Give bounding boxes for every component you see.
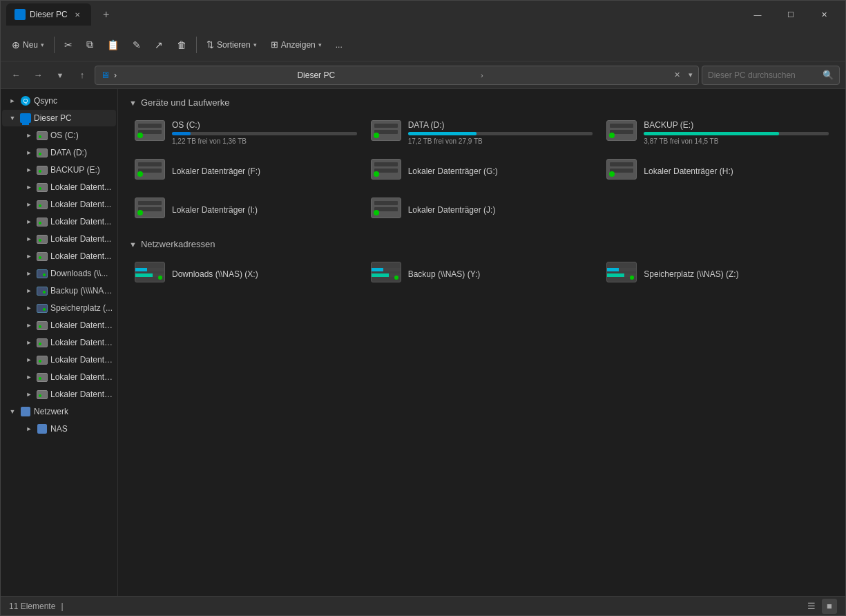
sidebar-item-label: OS (C:) — [50, 131, 113, 140]
search-input[interactable] — [708, 70, 818, 80]
sidebar-item-lokal-i[interactable]: ► Lokaler Datent... — [2, 231, 116, 247]
minimize-button[interactable]: — — [742, 3, 773, 26]
tile-view-button[interactable]: ■ — [822, 599, 837, 614]
sidebar-item-lokal-o[interactable]: ► Lokaler Datentr... — [2, 386, 116, 403]
sidebar-item-qsync[interactable]: ► Q Qsync — [2, 93, 116, 109]
address-clear-button[interactable]: ✕ — [671, 68, 684, 82]
drive-backup-nas[interactable]: Backup (\\NAS) (Y:) — [365, 256, 599, 292]
sidebar-item-label: Lokaler Datent... — [50, 251, 113, 261]
sidebar-item-label: Lokaler Datentr... — [50, 355, 113, 365]
view-button[interactable]: ⊞ Anzeigen ▾ — [265, 36, 327, 53]
sidebar-item-backup-e[interactable]: ► BACKUP (E:) — [2, 162, 116, 178]
section-title-geraete: Geräte und Laufwerke — [141, 97, 230, 108]
back-button[interactable]: ← — [6, 66, 26, 85]
active-tab[interactable]: Dieser PC ✕ — [6, 3, 91, 26]
sidebar-item-netzwerk[interactable]: ▼ Netzwerk — [2, 403, 116, 420]
drive-backup-nas-info: Backup (\\NAS) (Y:) — [408, 269, 593, 279]
address-dropdown-chevron[interactable]: ▾ — [689, 70, 693, 79]
drive-os-c-icon — [135, 120, 165, 145]
sidebar-item-label: Lokaler Datent... — [50, 200, 113, 209]
window: Dieser PC ✕ + — ☐ ✕ ⊕ Neu ▾ ✂ ⧉ 📋 ✎ — [0, 0, 846, 616]
sidebar-item-lokal-f[interactable]: ► Lokaler Datent... — [2, 179, 116, 195]
chevron-right-icon: ► — [24, 355, 34, 365]
drive-downloads-nas[interactable]: Downloads (\\NAS) (X:) — [129, 256, 363, 292]
status-views: ☰ ■ — [804, 599, 837, 614]
section-header-netzwerk: ▼ Netzwerkadressen — [129, 239, 834, 249]
drive-os-c[interactable]: OS (C:) 1,22 TB frei von 1,36 TB — [129, 115, 363, 151]
sidebar-item-speicher-nas[interactable]: ► Speicherplatz (... — [2, 300, 116, 316]
sidebar-item-backup-nas[interactable]: ► Backup (\\\\NAS... — [2, 282, 116, 299]
forward-button[interactable]: → — [28, 66, 48, 85]
sidebar-item-nas[interactable]: ► NAS — [2, 421, 116, 437]
chevron-right-icon: ► — [24, 182, 34, 192]
sidebar-item-lokal-n[interactable]: ► Lokaler Datentr... — [2, 369, 116, 385]
status-info: 11 Elemente | — [9, 601, 64, 611]
address-bar[interactable]: 🖥 › Dieser PC › ✕ ▾ — [95, 66, 699, 85]
address-text: › — [114, 70, 293, 80]
recent-button[interactable]: ▼ — [50, 66, 70, 85]
status-count: 11 Elemente — [9, 601, 55, 611]
sidebar-item-lokal-g[interactable]: ► Lokaler Datent... — [2, 196, 116, 213]
sidebar-item-lokal-j[interactable]: ► Lokaler Datent... — [2, 248, 116, 264]
tab-close-button[interactable]: ✕ — [72, 9, 83, 20]
sidebar-item-data-d[interactable]: ► DATA (D:) — [2, 144, 116, 161]
sidebar-item-lokal-h[interactable]: ► Lokaler Datent... — [2, 213, 116, 230]
status-separator: | — [61, 601, 63, 611]
lokal-n-icon — [37, 372, 48, 383]
rename-button[interactable]: ✎ — [127, 36, 146, 54]
new-button[interactable]: ⊕ Neu ▾ — [6, 36, 50, 54]
drive-data-d[interactable]: DATA (D:) 17,2 TB frei von 27,9 TB — [365, 115, 599, 151]
new-tab-button[interactable]: + — [97, 5, 116, 24]
close-button[interactable]: ✕ — [808, 3, 840, 26]
sidebar-item-os-c[interactable]: ► OS (C:) — [2, 127, 116, 144]
drive-lokal-i[interactable]: Lokaler Datenträger (I:) — [129, 192, 363, 228]
drive-os-c-bar-container — [172, 132, 357, 135]
drive-lokal-f[interactable]: Lokaler Datenträger (F:) — [129, 153, 363, 189]
drive-lokal-g-info: Lokaler Datenträger (G:) — [408, 166, 593, 176]
drive-lokal-g[interactable]: Lokaler Datenträger (G:) — [365, 153, 599, 189]
up-button[interactable]: ↑ — [73, 66, 92, 85]
chevron-down-icon: ▼ — [8, 113, 17, 123]
cut-button[interactable]: ✂ — [59, 36, 78, 54]
maximize-button[interactable]: ☐ — [775, 3, 807, 26]
sidebar-item-dieser-pc[interactable]: ▼ Dieser PC — [2, 110, 116, 126]
drive-lokal-j-name: Lokaler Datenträger (J:) — [408, 205, 593, 215]
drive-speicher-nas[interactable]: Speicherplatz (\\NAS) (Z:) — [601, 256, 834, 292]
drive-lokal-h-name: Lokaler Datenträger (H:) — [644, 166, 829, 176]
drive-backup-nas-icon — [371, 262, 401, 287]
chevron-right-icon: ► — [24, 131, 34, 140]
search-bar[interactable]: 🔍 — [702, 66, 840, 85]
drive-lokal-f-name: Lokaler Datenträger (F:) — [172, 166, 357, 176]
rename-icon: ✎ — [133, 39, 141, 50]
share-icon: ↗ — [155, 39, 163, 50]
paste-button[interactable]: 📋 — [102, 36, 124, 54]
share-button[interactable]: ↗ — [149, 36, 169, 54]
sidebar-item-label: Lokaler Datentr... — [50, 372, 113, 382]
list-view-button[interactable]: ☰ — [804, 599, 819, 614]
toolbar: ⊕ Neu ▾ ✂ ⧉ 📋 ✎ ↗ 🗑 ⇅ Sortieren ▾ ⊞ — [1, 28, 845, 61]
sidebar-item-lokal-m[interactable]: ► Lokaler Datentr... — [2, 352, 116, 368]
chevron-right-icon: ► — [24, 148, 34, 157]
drive-lokal-j[interactable]: Lokaler Datenträger (J:) — [365, 192, 599, 228]
sort-button[interactable]: ⇅ Sortieren ▾ — [201, 36, 262, 53]
more-button[interactable]: ... — [330, 37, 348, 53]
sidebar: ► Q Qsync ▼ Dieser PC ► OS (C: — [1, 89, 118, 596]
chevron-right-icon: ► — [24, 320, 34, 330]
windows-icon — [15, 10, 25, 19]
drive-lokal-h-info: Lokaler Datenträger (H:) — [644, 166, 829, 176]
drive-lokal-h[interactable]: Lokaler Datenträger (H:) — [601, 153, 834, 189]
drive-speicher-nas-info: Speicherplatz (\\NAS) (Z:) — [644, 269, 829, 279]
copy-button[interactable]: ⧉ — [81, 35, 99, 54]
drive-backup-e[interactable]: BACKUP (E:) 3,87 TB frei von 14,5 TB — [601, 115, 834, 151]
downloads-nas-icon — [37, 268, 48, 279]
os-c-icon — [37, 130, 48, 141]
sidebar-item-label: Lokaler Datent... — [50, 217, 113, 227]
drive-os-c-info: OS (C:) 1,22 TB frei von 1,36 TB — [172, 120, 357, 145]
delete-icon: 🗑 — [177, 39, 186, 50]
sidebar-item-downloads-nas[interactable]: ► Downloads (\\... — [2, 265, 116, 282]
drive-lokal-g-name: Lokaler Datenträger (G:) — [408, 166, 593, 176]
sidebar-item-lokal-k[interactable]: ► Lokaler Datentr... — [2, 317, 116, 334]
sidebar-item-lokal-l[interactable]: ► Lokaler Datentr... — [2, 334, 116, 351]
delete-button[interactable]: 🗑 — [171, 36, 192, 54]
drive-data-d-info: DATA (D:) 17,2 TB frei von 27,9 TB — [408, 120, 593, 145]
